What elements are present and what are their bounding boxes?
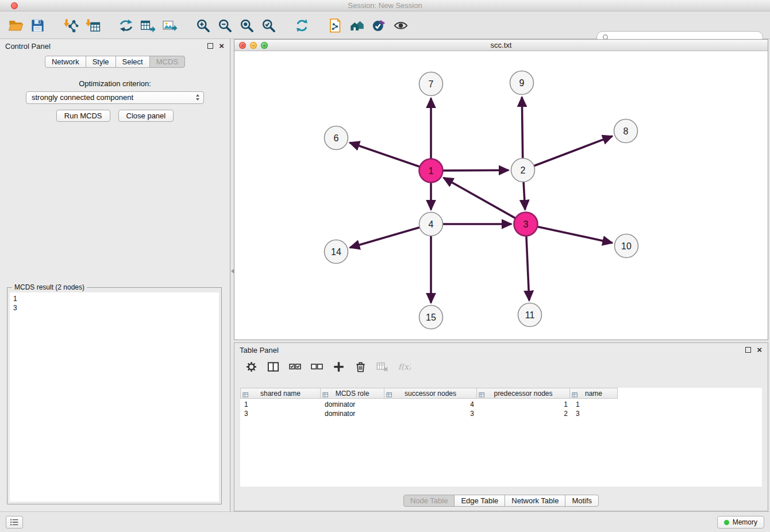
memory-button[interactable]: Memory: [717, 516, 764, 529]
columns-button[interactable]: [264, 358, 282, 375]
table-cell[interactable]: 4: [385, 400, 478, 409]
network-node-9[interactable]: 9: [510, 71, 534, 95]
apply-style-button[interactable]: [368, 14, 390, 36]
network-node-15[interactable]: 15: [419, 306, 443, 329]
table-panel-title: Table Panel: [240, 346, 279, 354]
table-cell[interactable]: 1: [240, 400, 321, 409]
select-all-button[interactable]: [286, 358, 303, 375]
run-mcds-button[interactable]: Run MCDS: [56, 110, 110, 122]
tab-network[interactable]: Network: [45, 56, 86, 68]
import-network-button[interactable]: [60, 14, 82, 36]
network-canvas[interactable]: 7968124314101511: [234, 51, 768, 340]
svg-text:9: 9: [519, 78, 525, 88]
network-edge-3-11[interactable]: [526, 236, 529, 301]
tab-style[interactable]: Style: [86, 56, 116, 68]
export-image-button[interactable]: [159, 14, 180, 36]
zoom-out-button[interactable]: [214, 14, 236, 36]
network-edge-3-10[interactable]: [537, 226, 613, 242]
network-node-1[interactable]: 1: [419, 159, 443, 183]
network-node-2[interactable]: 2: [511, 159, 535, 182]
network-zoom-icon[interactable]: +: [261, 42, 268, 49]
status-bar: Memory: [0, 511, 770, 532]
network-close-icon[interactable]: ×: [239, 42, 246, 49]
table-cell[interactable]: 3: [572, 409, 620, 418]
column-header-shared-name[interactable]: shared name: [240, 388, 321, 399]
network-edge-1-6[interactable]: [350, 142, 420, 167]
open-session-icon: [8, 18, 24, 33]
column-header-name[interactable]: name: [569, 388, 618, 399]
network-edge-2-3[interactable]: [523, 182, 525, 210]
float-panel-icon[interactable]: [207, 43, 213, 49]
close-panel-icon[interactable]: ×: [219, 43, 224, 49]
table-cell[interactable]: dominator: [321, 409, 385, 418]
table-cell[interactable]: 2: [478, 409, 572, 418]
control-panel-tabs: NetworkStyleSelectMCDS: [0, 56, 230, 68]
column-header-label: MCDS role: [336, 390, 369, 398]
table-cell[interactable]: 3: [385, 409, 478, 418]
network-node-7[interactable]: 7: [419, 72, 443, 96]
network-edge-4-14[interactable]: [350, 228, 419, 248]
tab-node-table[interactable]: Node Table: [403, 495, 455, 507]
svg-text:f(x): f(x): [398, 363, 410, 371]
column-edit-icon: [242, 391, 249, 397]
import-table-button[interactable]: [82, 14, 103, 36]
mcds-result-text[interactable]: 1 3: [10, 292, 219, 502]
task-list-icon: [9, 518, 20, 527]
task-history-button[interactable]: [6, 516, 23, 529]
table-row[interactable]: 1dominator411: [240, 400, 620, 409]
open-session-button[interactable]: [5, 14, 26, 36]
zoom-selected-icon: [261, 18, 276, 33]
zoom-in-icon: [195, 18, 211, 33]
show-graphics-details-icon: [393, 18, 409, 33]
tab-mcds[interactable]: MCDS: [149, 56, 185, 68]
apply-layout-button[interactable]: [291, 14, 313, 36]
optimization-criterion-dropdown[interactable]: strongly connected component: [26, 91, 204, 104]
new-network-from-selection-button[interactable]: [324, 14, 346, 36]
network-edge-2-9[interactable]: [522, 97, 522, 159]
network-node-10[interactable]: 10: [615, 234, 638, 258]
tab-motifs[interactable]: Motifs: [565, 495, 599, 507]
zoom-out-icon: [217, 18, 233, 33]
table-row[interactable]: 3dominator323: [240, 409, 620, 418]
settings-button[interactable]: [242, 358, 260, 375]
zoom-selected-button[interactable]: [257, 14, 279, 36]
zoom-in-button[interactable]: [192, 14, 214, 36]
network-edge-3-1[interactable]: [444, 178, 515, 218]
network-minimize-icon[interactable]: −: [250, 42, 257, 49]
column-edit-icon: [386, 391, 392, 397]
network-edge-2-8[interactable]: [534, 136, 612, 166]
table-cell[interactable]: 3: [240, 409, 321, 418]
network-node-8[interactable]: 8: [614, 119, 638, 143]
float-panel-icon[interactable]: [745, 347, 751, 353]
tab-network-table[interactable]: Network Table: [505, 495, 565, 507]
deselect-all-button[interactable]: [308, 358, 325, 375]
network-node-6[interactable]: 6: [325, 126, 348, 150]
table-cell[interactable]: 1: [572, 400, 620, 409]
column-header-mcds-role[interactable]: MCDS role: [320, 388, 384, 399]
close-panel-button[interactable]: Close panel: [118, 110, 174, 122]
show-graphics-details-button[interactable]: [390, 14, 411, 36]
first-neighbors-button[interactable]: [346, 14, 368, 36]
table-cell[interactable]: 1: [478, 400, 572, 409]
svg-text:2: 2: [521, 165, 526, 175]
column-header-successor-nodes[interactable]: successor nodes: [384, 388, 477, 399]
window-close-button[interactable]: [11, 2, 18, 9]
network-edge-1-2[interactable]: [443, 170, 509, 171]
tab-select[interactable]: Select: [116, 56, 150, 68]
tab-edge-table[interactable]: Edge Table: [454, 495, 505, 507]
export-table-button[interactable]: [137, 14, 159, 36]
export-network-button[interactable]: [115, 14, 137, 36]
network-node-3[interactable]: 3: [514, 213, 538, 236]
save-session-button[interactable]: [26, 14, 48, 36]
import-table-icon: [85, 18, 101, 33]
network-node-4[interactable]: 4: [419, 213, 443, 236]
network-window-titlebar[interactable]: × − + scc.txt: [234, 40, 768, 51]
network-node-14[interactable]: 14: [325, 240, 348, 264]
table-cell[interactable]: dominator: [321, 400, 385, 409]
close-panel-icon[interactable]: ×: [757, 346, 762, 353]
delete-column-button[interactable]: [352, 358, 369, 375]
zoom-fit-button[interactable]: [236, 14, 257, 36]
add-column-button[interactable]: [330, 358, 347, 375]
network-node-11[interactable]: 11: [518, 303, 542, 327]
column-header-predecessor-nodes[interactable]: predecessor nodes: [476, 388, 570, 399]
